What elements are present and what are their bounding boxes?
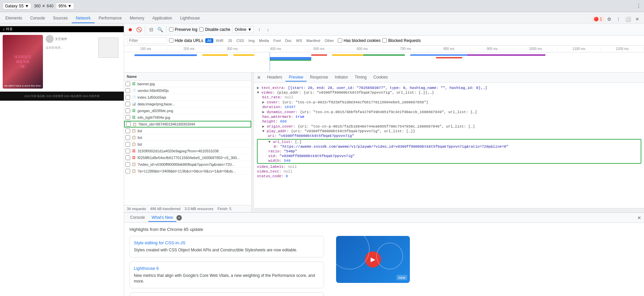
request-name: vendor.56b40040js — [138, 89, 250, 93]
tick-1200ms: 1200 ms — [601, 47, 644, 51]
request-row[interactable]: 📄 index.1d50cb5ajs — [124, 94, 251, 101]
xhr-icon: 📋 — [131, 162, 136, 167]
request-name: index.1d50cb5ajs — [138, 95, 250, 99]
type-other-button[interactable]: Other — [323, 38, 336, 43]
request-row[interactable]: 🖼 3193f0002d1d1a4020e9ajpeg?from=4010531… — [124, 148, 251, 154]
card1-title[interactable]: Style editing for CSS-in-JS — [134, 240, 320, 245]
blocked-cookies-label[interactable]: Has blocked cookies — [338, 38, 380, 43]
request-row[interactable]: 📊 data:image/png;base... — [124, 101, 251, 107]
clear-button[interactable]: 🚫 — [136, 26, 142, 33]
blocked-cookies-checkbox[interactable] — [338, 38, 342, 43]
tab-headers[interactable]: Headers — [264, 73, 285, 82]
music-card: 球1000首宝藏音乐推《赫》 He didn't have a word thi… — [0, 32, 124, 92]
tab-memory[interactable]: Memory — [126, 14, 148, 23]
tab-response[interactable]: Response — [307, 73, 331, 82]
hide-data-urls-checkbox[interactable] — [169, 38, 173, 43]
row-checkbox[interactable] — [125, 162, 130, 167]
tab-initiator[interactable]: Initiator — [331, 73, 351, 82]
preserve-log-label[interactable]: Preserve log — [169, 27, 197, 32]
record-button[interactable]: ⏺ — [127, 26, 133, 33]
settings-button[interactable]: ⚙ — [605, 15, 613, 23]
webpage-content: 球1000首宝藏音乐推《赫》 He didn't have a word thi… — [0, 32, 124, 296]
type-ws-button[interactable]: WS — [294, 38, 304, 43]
type-media-button[interactable]: Media — [257, 38, 271, 43]
whats-new-close[interactable]: ✕ — [176, 215, 182, 220]
type-img-button[interactable]: Img — [247, 38, 257, 43]
zoom-selector[interactable]: 95% ▼ — [56, 3, 74, 9]
request-row[interactable]: 🖼 banner.jpg — [124, 81, 251, 87]
type-doc-button[interactable]: Doc — [283, 38, 294, 43]
detail-close-left[interactable]: ✕ — [257, 75, 261, 80]
tab-application[interactable]: Application — [148, 14, 176, 23]
type-font-button[interactable]: Font — [271, 38, 283, 43]
device-selector[interactable]: Galaxy S5 ▼ — [3, 3, 31, 9]
webpage-scrollbar[interactable] — [0, 23, 124, 26]
request-row[interactable]: 📋 ?a=11288&br=3408&bt=1136&cr=0&cs=0&cv=… — [124, 168, 251, 175]
export-button[interactable]: ↓ — [265, 26, 271, 33]
type-js-button[interactable]: JS — [226, 38, 234, 43]
tab-lighthouse[interactable]: Lighthouse — [176, 14, 204, 23]
row-checkbox[interactable] — [125, 115, 130, 120]
request-row[interactable]: 🖼 info_bg9r7hf04e.jpg — [124, 114, 251, 121]
tab-timing[interactable]: Timing — [351, 73, 370, 82]
img-icon: 🖼 — [131, 108, 136, 113]
request-row[interactable]: 🖼 f0258f61d8e54ecfb61770115604ebe5_16006… — [124, 154, 251, 161]
bottom-tab-whatsnew[interactable]: What's New — [148, 214, 176, 222]
card1-desc: Styles created with CSS Object Model API… — [134, 247, 320, 253]
timeline-bar-1 — [135, 54, 197, 56]
tab-network[interactable]: Network — [72, 14, 95, 23]
row-checkbox[interactable] — [125, 82, 130, 86]
import-button[interactable]: ↑ — [256, 26, 263, 33]
row-checkbox[interactable] — [125, 95, 130, 100]
row-checkbox[interactable] — [125, 135, 130, 140]
more-options-button[interactable]: ⋮ — [636, 3, 641, 9]
close-devtools-button[interactable]: ✕ — [633, 15, 641, 23]
throttling-selector[interactable]: Online ▼ — [232, 26, 254, 33]
tab-cookies[interactable]: Cookies — [370, 73, 391, 82]
request-row[interactable]: 📋 ?video_id=v0300ff80000btk8t5fbqak7ppvv… — [124, 161, 251, 168]
tab-performance[interactable]: Performance — [95, 14, 126, 23]
row-checkbox[interactable] — [125, 142, 130, 147]
resize-handle[interactable]: ⋮ — [252, 72, 254, 212]
row-checkbox[interactable] — [125, 108, 130, 113]
dock-button[interactable]: ⬜ — [624, 15, 632, 23]
request-row[interactable]: 📋 list — [124, 134, 251, 141]
type-all-button[interactable]: All — [205, 38, 213, 43]
tab-sources[interactable]: Sources — [49, 14, 72, 23]
request-row[interactable]: 📋 list — [124, 141, 251, 148]
request-row-selected[interactable]: 📋 ?item_ids=6874901946189303044 — [124, 121, 251, 128]
blocked-requests-checkbox[interactable] — [382, 38, 387, 43]
row-checkbox[interactable] — [125, 88, 130, 93]
request-row[interactable]: 📋 list — [124, 128, 251, 134]
tab-console[interactable]: Console — [26, 14, 49, 23]
request-row[interactable]: 📄 vendor.56b40040js — [124, 87, 251, 94]
hide-data-urls-label[interactable]: Hide data URLs — [169, 38, 203, 43]
type-manifest-button[interactable]: Manifest — [304, 38, 322, 43]
preserve-log-checkbox[interactable] — [169, 27, 173, 32]
type-css-button[interactable]: CSS — [234, 38, 246, 43]
height-value: 640 — [47, 4, 53, 8]
blocked-requests-label[interactable]: Blocked Requests — [382, 38, 421, 43]
request-row[interactable]: 🖼 gongan_d0289dc.png — [124, 107, 251, 114]
row-checkbox[interactable] — [125, 155, 130, 160]
horizontal-scrollbar[interactable] — [254, 208, 644, 212]
row-checkbox[interactable] — [125, 169, 130, 174]
row-checkbox[interactable] — [125, 102, 130, 106]
card2-title[interactable]: Lighthouse 6 — [134, 266, 320, 271]
type-xhr-button[interactable]: XHR — [214, 38, 225, 43]
row-checkbox[interactable] — [126, 122, 131, 127]
device-dropdown-icon: ▼ — [25, 4, 29, 8]
bottom-tab-console[interactable]: Console — [127, 214, 148, 222]
requests-list[interactable]: 🖼 banner.jpg 📄 vendor.56b40040js 📄 index… — [124, 81, 251, 205]
filter-button[interactable]: ⊟ — [148, 26, 155, 33]
row-checkbox[interactable] — [125, 149, 130, 153]
disable-cache-checkbox[interactable] — [199, 27, 204, 32]
row-checkbox[interactable] — [125, 129, 130, 133]
more-devtools-button[interactable]: ⋮ — [614, 15, 623, 23]
disable-cache-label[interactable]: Disable cache — [199, 27, 230, 32]
tab-elements[interactable]: Elements — [1, 14, 26, 23]
search-button[interactable]: 🔍 — [157, 26, 163, 33]
bottom-panel-close[interactable]: ✕ — [637, 215, 641, 220]
tab-preview[interactable]: Preview — [285, 73, 307, 82]
filter-input[interactable] — [127, 37, 167, 44]
